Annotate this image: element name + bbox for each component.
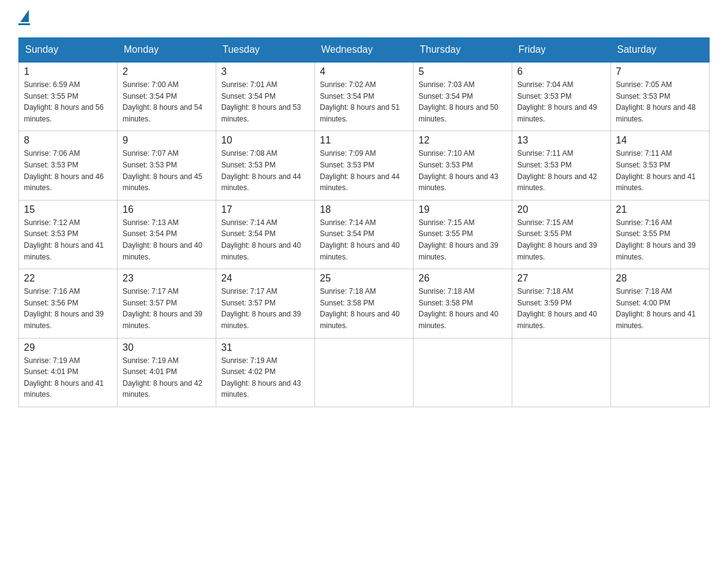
- logo-underline: [18, 23, 30, 25]
- page-header: [18, 12, 710, 25]
- day-number: 21: [616, 204, 704, 215]
- calendar-cell: 9Sunrise: 7:07 AMSunset: 3:53 PMDaylight…: [118, 131, 216, 200]
- calendar-cell: 21Sunrise: 7:16 AMSunset: 3:55 PMDayligh…: [611, 200, 710, 269]
- day-number: 7: [616, 66, 704, 77]
- calendar-header-tuesday: Tuesday: [216, 38, 315, 63]
- day-info: Sunrise: 7:08 AMSunset: 3:53 PMDaylight:…: [221, 148, 309, 193]
- calendar-week-row: 1Sunrise: 6:59 AMSunset: 3:55 PMDaylight…: [19, 62, 710, 131]
- day-number: 2: [123, 66, 211, 77]
- calendar-cell: 8Sunrise: 7:06 AMSunset: 3:53 PMDaylight…: [19, 131, 118, 200]
- calendar-cell: [611, 338, 710, 407]
- day-number: 17: [221, 204, 309, 215]
- day-info: Sunrise: 7:11 AMSunset: 3:53 PMDaylight:…: [616, 148, 704, 193]
- day-number: 23: [123, 273, 211, 284]
- calendar-cell: 15Sunrise: 7:12 AMSunset: 3:53 PMDayligh…: [19, 200, 118, 269]
- day-info: Sunrise: 7:09 AMSunset: 3:53 PMDaylight:…: [320, 148, 408, 193]
- day-info: Sunrise: 7:04 AMSunset: 3:53 PMDaylight:…: [517, 79, 605, 124]
- logo: [18, 12, 30, 25]
- calendar-cell: 14Sunrise: 7:11 AMSunset: 3:53 PMDayligh…: [611, 131, 710, 200]
- day-info: Sunrise: 7:05 AMSunset: 3:53 PMDaylight:…: [616, 79, 704, 124]
- day-number: 27: [517, 273, 605, 284]
- day-number: 26: [419, 273, 507, 284]
- day-info: Sunrise: 7:19 AMSunset: 4:01 PMDaylight:…: [123, 355, 211, 400]
- calendar-table: SundayMondayTuesdayWednesdayThursdayFrid…: [18, 37, 710, 407]
- calendar-cell: 22Sunrise: 7:16 AMSunset: 3:56 PMDayligh…: [19, 269, 118, 338]
- day-number: 20: [517, 204, 605, 215]
- day-info: Sunrise: 7:18 AMSunset: 3:58 PMDaylight:…: [320, 286, 408, 331]
- calendar-cell: 24Sunrise: 7:17 AMSunset: 3:57 PMDayligh…: [216, 269, 315, 338]
- day-number: 9: [123, 135, 211, 146]
- calendar-cell: 12Sunrise: 7:10 AMSunset: 3:53 PMDayligh…: [414, 131, 512, 200]
- day-number: 5: [419, 66, 507, 77]
- day-info: Sunrise: 7:16 AMSunset: 3:56 PMDaylight:…: [24, 286, 112, 331]
- calendar-cell: 10Sunrise: 7:08 AMSunset: 3:53 PMDayligh…: [216, 131, 315, 200]
- day-number: 19: [419, 204, 507, 215]
- calendar-cell: 29Sunrise: 7:19 AMSunset: 4:01 PMDayligh…: [19, 338, 118, 407]
- day-number: 30: [123, 342, 211, 353]
- day-info: Sunrise: 7:17 AMSunset: 3:57 PMDaylight:…: [221, 286, 309, 331]
- day-number: 16: [123, 204, 211, 215]
- day-number: 14: [616, 135, 704, 146]
- day-info: Sunrise: 7:14 AMSunset: 3:54 PMDaylight:…: [221, 217, 309, 262]
- calendar-cell: 13Sunrise: 7:11 AMSunset: 3:53 PMDayligh…: [512, 131, 611, 200]
- day-info: Sunrise: 7:12 AMSunset: 3:53 PMDaylight:…: [24, 217, 112, 262]
- day-info: Sunrise: 7:15 AMSunset: 3:55 PMDaylight:…: [419, 217, 507, 262]
- day-number: 29: [24, 342, 112, 353]
- calendar-cell: 19Sunrise: 7:15 AMSunset: 3:55 PMDayligh…: [414, 200, 512, 269]
- day-info: Sunrise: 7:03 AMSunset: 3:54 PMDaylight:…: [419, 79, 507, 124]
- day-info: Sunrise: 7:18 AMSunset: 3:58 PMDaylight:…: [419, 286, 507, 331]
- calendar-cell: 25Sunrise: 7:18 AMSunset: 3:58 PMDayligh…: [315, 269, 414, 338]
- calendar-header-sunday: Sunday: [19, 38, 118, 63]
- calendar-header-saturday: Saturday: [611, 38, 710, 63]
- day-number: 10: [221, 135, 309, 146]
- day-number: 6: [517, 66, 605, 77]
- calendar-cell: 23Sunrise: 7:17 AMSunset: 3:57 PMDayligh…: [118, 269, 216, 338]
- calendar-cell: 4Sunrise: 7:02 AMSunset: 3:54 PMDaylight…: [315, 62, 414, 131]
- calendar-cell: 26Sunrise: 7:18 AMSunset: 3:58 PMDayligh…: [414, 269, 512, 338]
- calendar-cell: 20Sunrise: 7:15 AMSunset: 3:55 PMDayligh…: [512, 200, 611, 269]
- day-info: Sunrise: 7:19 AMSunset: 4:02 PMDaylight:…: [221, 355, 309, 400]
- day-info: Sunrise: 7:19 AMSunset: 4:01 PMDaylight:…: [24, 355, 112, 400]
- day-number: 11: [320, 135, 408, 146]
- day-info: Sunrise: 7:15 AMSunset: 3:55 PMDaylight:…: [517, 217, 605, 262]
- day-info: Sunrise: 7:18 AMSunset: 3:59 PMDaylight:…: [517, 286, 605, 331]
- day-info: Sunrise: 7:02 AMSunset: 3:54 PMDaylight:…: [320, 79, 408, 124]
- day-number: 25: [320, 273, 408, 284]
- calendar-cell: 2Sunrise: 7:00 AMSunset: 3:54 PMDaylight…: [118, 62, 216, 131]
- calendar-cell: 30Sunrise: 7:19 AMSunset: 4:01 PMDayligh…: [118, 338, 216, 407]
- calendar-header-thursday: Thursday: [414, 38, 512, 63]
- calendar-week-row: 8Sunrise: 7:06 AMSunset: 3:53 PMDaylight…: [19, 131, 710, 200]
- day-number: 12: [419, 135, 507, 146]
- day-info: Sunrise: 7:16 AMSunset: 3:55 PMDaylight:…: [616, 217, 704, 262]
- day-number: 1: [24, 66, 112, 77]
- calendar-cell: 1Sunrise: 6:59 AMSunset: 3:55 PMDaylight…: [19, 62, 118, 131]
- day-info: Sunrise: 7:18 AMSunset: 4:00 PMDaylight:…: [616, 286, 704, 331]
- calendar-week-row: 29Sunrise: 7:19 AMSunset: 4:01 PMDayligh…: [19, 338, 710, 407]
- calendar-cell: 16Sunrise: 7:13 AMSunset: 3:54 PMDayligh…: [118, 200, 216, 269]
- day-number: 13: [517, 135, 605, 146]
- day-info: Sunrise: 7:14 AMSunset: 3:54 PMDaylight:…: [320, 217, 408, 262]
- calendar-cell: 18Sunrise: 7:14 AMSunset: 3:54 PMDayligh…: [315, 200, 414, 269]
- calendar-cell: 17Sunrise: 7:14 AMSunset: 3:54 PMDayligh…: [216, 200, 315, 269]
- day-number: 15: [24, 204, 112, 215]
- day-info: Sunrise: 7:11 AMSunset: 3:53 PMDaylight:…: [517, 148, 605, 193]
- day-info: Sunrise: 7:07 AMSunset: 3:53 PMDaylight:…: [123, 148, 211, 193]
- calendar-header-row: SundayMondayTuesdayWednesdayThursdayFrid…: [19, 38, 710, 63]
- day-number: 3: [221, 66, 309, 77]
- calendar-header-friday: Friday: [512, 38, 611, 63]
- day-number: 4: [320, 66, 408, 77]
- day-info: Sunrise: 6:59 AMSunset: 3:55 PMDaylight:…: [24, 79, 112, 124]
- day-info: Sunrise: 7:10 AMSunset: 3:53 PMDaylight:…: [419, 148, 507, 193]
- day-info: Sunrise: 7:13 AMSunset: 3:54 PMDaylight:…: [123, 217, 211, 262]
- logo-triangle-icon: [20, 10, 29, 22]
- calendar-cell: 3Sunrise: 7:01 AMSunset: 3:54 PMDaylight…: [216, 62, 315, 131]
- day-number: 18: [320, 204, 408, 215]
- day-info: Sunrise: 7:06 AMSunset: 3:53 PMDaylight:…: [24, 148, 112, 193]
- day-number: 8: [24, 135, 112, 146]
- day-info: Sunrise: 7:00 AMSunset: 3:54 PMDaylight:…: [123, 79, 211, 124]
- day-number: 28: [616, 273, 704, 284]
- day-number: 24: [221, 273, 309, 284]
- calendar-cell: 31Sunrise: 7:19 AMSunset: 4:02 PMDayligh…: [216, 338, 315, 407]
- day-info: Sunrise: 7:01 AMSunset: 3:54 PMDaylight:…: [221, 79, 309, 124]
- calendar-header-wednesday: Wednesday: [315, 38, 414, 63]
